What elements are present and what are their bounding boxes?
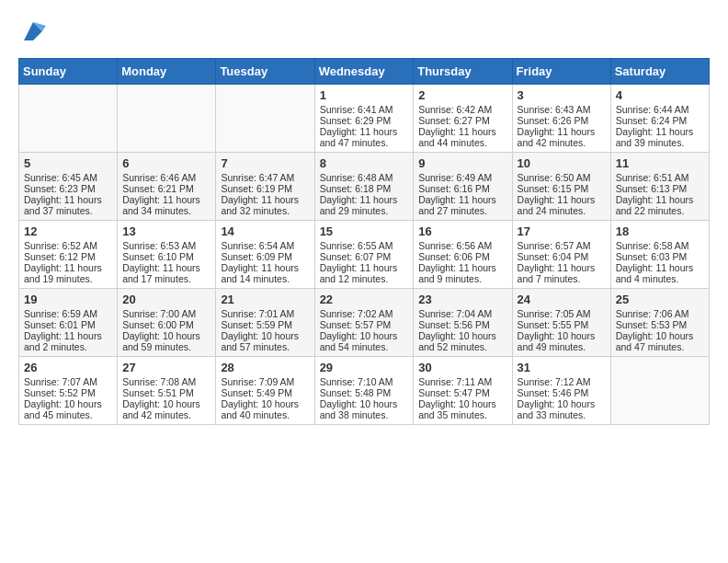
day-cell: 14Sunrise: 6:54 AMSunset: 6:09 PMDayligh… (216, 221, 314, 289)
weekday-sunday: Sunday (19, 59, 118, 85)
day-cell: 23Sunrise: 7:04 AMSunset: 5:56 PMDayligh… (414, 289, 512, 357)
day-cell: 6Sunrise: 6:46 AMSunset: 6:21 PMDaylight… (118, 153, 216, 221)
day-info: Sunrise: 7:06 AM (616, 308, 704, 319)
day-cell: 20Sunrise: 7:00 AMSunset: 6:00 PMDayligh… (118, 289, 216, 357)
header (18, 18, 710, 49)
day-info: Sunrise: 6:58 AM (616, 240, 704, 251)
day-number: 3 (518, 88, 606, 102)
day-info: Sunset: 6:13 PM (616, 183, 704, 194)
day-cell: 17Sunrise: 6:57 AMSunset: 6:04 PMDayligh… (512, 221, 610, 289)
day-number: 13 (122, 224, 210, 238)
day-cell: 16Sunrise: 6:56 AMSunset: 6:06 PMDayligh… (414, 221, 512, 289)
page: SundayMondayTuesdayWednesdayThursdayFrid… (0, 0, 728, 434)
day-info: Daylight: 11 hours and 32 minutes. (221, 194, 309, 216)
day-number: 29 (320, 361, 409, 374)
day-cell (216, 85, 314, 153)
day-cell (118, 85, 216, 153)
day-cell: 8Sunrise: 6:48 AMSunset: 6:18 PMDaylight… (314, 153, 414, 221)
day-info: Daylight: 11 hours and 19 minutes. (24, 262, 112, 284)
day-info: Sunset: 6:26 PM (518, 115, 606, 126)
weekday-wednesday: Wednesday (314, 59, 414, 85)
day-cell: 3Sunrise: 6:43 AMSunset: 6:26 PMDaylight… (512, 85, 610, 153)
day-info: Daylight: 10 hours and 38 minutes. (320, 398, 409, 420)
day-info: Sunrise: 6:52 AM (24, 240, 112, 251)
day-cell: 21Sunrise: 7:01 AMSunset: 5:59 PMDayligh… (216, 289, 314, 357)
day-info: Sunset: 6:21 PM (122, 183, 210, 194)
day-cell: 11Sunrise: 6:51 AMSunset: 6:13 PMDayligh… (610, 153, 709, 221)
logo-text (18, 18, 46, 49)
day-number: 31 (518, 361, 606, 374)
weekday-friday: Friday (512, 59, 610, 85)
logo (18, 18, 46, 49)
day-info: Sunset: 5:49 PM (221, 387, 309, 398)
day-cell (610, 357, 709, 425)
day-info: Sunrise: 6:55 AM (320, 240, 409, 251)
day-number: 1 (320, 88, 409, 102)
day-info: Sunrise: 6:41 AM (320, 104, 409, 115)
day-info: Daylight: 11 hours and 9 minutes. (418, 262, 506, 284)
day-number: 30 (418, 361, 506, 374)
day-info: Daylight: 11 hours and 24 minutes. (518, 194, 606, 216)
day-info: Sunrise: 6:54 AM (221, 240, 309, 251)
day-info: Daylight: 11 hours and 27 minutes. (418, 194, 506, 216)
day-number: 6 (122, 156, 210, 170)
day-info: Sunrise: 7:11 AM (418, 376, 506, 387)
day-info: Daylight: 10 hours and 42 minutes. (122, 398, 210, 420)
weekday-monday: Monday (118, 59, 216, 85)
day-number: 12 (24, 224, 112, 238)
day-info: Sunset: 6:12 PM (24, 251, 112, 262)
day-number: 11 (616, 156, 704, 170)
day-info: Sunset: 6:06 PM (418, 251, 506, 262)
day-info: Sunrise: 7:09 AM (221, 376, 309, 387)
day-number: 24 (518, 293, 606, 306)
day-info: Sunrise: 7:00 AM (122, 308, 210, 319)
day-info: Daylight: 10 hours and 40 minutes. (221, 398, 309, 420)
day-info: Daylight: 10 hours and 35 minutes. (418, 398, 506, 420)
weekday-saturday: Saturday (610, 59, 709, 85)
day-info: Sunset: 6:01 PM (24, 319, 112, 330)
day-cell: 15Sunrise: 6:55 AMSunset: 6:07 PMDayligh… (314, 221, 414, 289)
day-info: Daylight: 11 hours and 47 minutes. (320, 126, 409, 148)
day-cell (19, 85, 118, 153)
day-info: Sunset: 6:15 PM (518, 183, 606, 194)
week-row-5: 26Sunrise: 7:07 AMSunset: 5:52 PMDayligh… (19, 357, 710, 425)
day-cell: 10Sunrise: 6:50 AMSunset: 6:15 PMDayligh… (512, 153, 610, 221)
day-info: Sunset: 5:53 PM (616, 319, 704, 330)
day-info: Sunrise: 6:53 AM (122, 240, 210, 251)
day-cell: 18Sunrise: 6:58 AMSunset: 6:03 PMDayligh… (610, 221, 709, 289)
day-info: Sunrise: 7:04 AM (418, 308, 506, 319)
day-info: Sunrise: 6:46 AM (122, 172, 210, 183)
day-info: Sunset: 5:55 PM (518, 319, 606, 330)
day-info: Sunset: 5:51 PM (122, 387, 210, 398)
day-info: Daylight: 10 hours and 45 minutes. (24, 398, 112, 420)
week-row-4: 19Sunrise: 6:59 AMSunset: 6:01 PMDayligh… (19, 289, 710, 357)
day-info: Sunset: 6:09 PM (221, 251, 309, 262)
day-info: Sunset: 6:18 PM (320, 183, 409, 194)
week-row-2: 5Sunrise: 6:45 AMSunset: 6:23 PMDaylight… (19, 153, 710, 221)
day-cell: 26Sunrise: 7:07 AMSunset: 5:52 PMDayligh… (19, 357, 118, 425)
day-number: 22 (320, 293, 409, 306)
day-info: Sunset: 6:29 PM (320, 115, 409, 126)
day-cell: 28Sunrise: 7:09 AMSunset: 5:49 PMDayligh… (216, 357, 314, 425)
day-info: Daylight: 10 hours and 49 minutes. (518, 330, 606, 352)
day-cell: 27Sunrise: 7:08 AMSunset: 5:51 PMDayligh… (118, 357, 216, 425)
day-info: Sunrise: 6:50 AM (518, 172, 606, 183)
day-number: 4 (616, 88, 704, 102)
day-info: Daylight: 10 hours and 59 minutes. (122, 330, 210, 352)
day-info: Daylight: 11 hours and 12 minutes. (320, 262, 409, 284)
day-info: Sunrise: 7:12 AM (518, 376, 606, 387)
day-number: 25 (616, 293, 704, 306)
day-number: 14 (221, 224, 309, 238)
day-info: Sunrise: 6:45 AM (24, 172, 112, 183)
day-info: Sunset: 6:24 PM (616, 115, 704, 126)
day-info: Sunset: 5:56 PM (418, 319, 506, 330)
day-info: Sunset: 6:00 PM (122, 319, 210, 330)
weekday-tuesday: Tuesday (216, 59, 314, 85)
day-number: 2 (418, 88, 506, 102)
day-info: Daylight: 11 hours and 34 minutes. (122, 194, 210, 216)
day-info: Daylight: 11 hours and 17 minutes. (122, 262, 210, 284)
day-cell: 9Sunrise: 6:49 AMSunset: 6:16 PMDaylight… (414, 153, 512, 221)
calendar-table: SundayMondayTuesdayWednesdayThursdayFrid… (18, 58, 710, 425)
day-cell: 4Sunrise: 6:44 AMSunset: 6:24 PMDaylight… (610, 85, 709, 153)
day-info: Sunrise: 6:56 AM (418, 240, 506, 251)
